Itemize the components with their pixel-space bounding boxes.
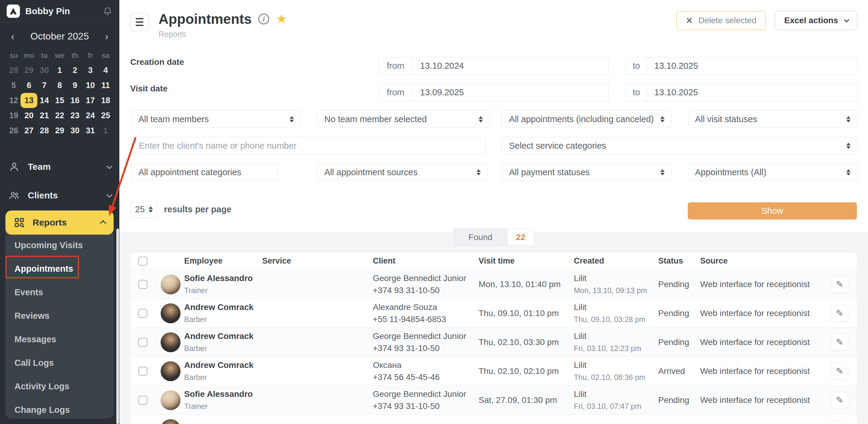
calendar-day[interactable]: 14 (37, 93, 52, 108)
calendar-day[interactable]: 10 (83, 78, 98, 93)
calendar-day[interactable]: 27 (22, 123, 37, 138)
created-by: Lilit (574, 331, 653, 341)
calendar-day[interactable]: 9 (67, 78, 83, 93)
visit-date-to-input[interactable] (647, 84, 857, 101)
client-name[interactable]: George Bennedict Junior (373, 331, 474, 341)
employee-name[interactable]: Sofie Alessandro (184, 274, 257, 283)
visit-statuses-select[interactable]: All visit statuses (688, 110, 858, 128)
sidebar-item-change-logs[interactable]: Change Logs (5, 398, 114, 422)
creation-date-from-input[interactable] (413, 57, 609, 74)
per-page-select[interactable]: 25 (130, 201, 157, 218)
calendar-day[interactable]: 19 (6, 108, 22, 123)
edit-button[interactable]: ✎ (831, 334, 848, 351)
found-count-badge[interactable]: 22 (507, 229, 534, 245)
sidebar-scrollbar[interactable] (116, 229, 119, 424)
client-phone: +374 93 31-10-50 (373, 343, 474, 353)
calendar-day[interactable]: 17 (83, 93, 98, 108)
row-checkbox[interactable] (138, 338, 147, 347)
edit-button[interactable]: ✎ (831, 363, 848, 380)
payment-statuses-select[interactable]: All payment statuses (502, 163, 672, 181)
calendar-day[interactable]: 15 (52, 93, 67, 108)
calendar-next-button[interactable]: › (100, 30, 113, 43)
calendar-day[interactable]: 29 (52, 123, 67, 138)
calendar-day[interactable]: 21 (37, 108, 52, 123)
edit-button[interactable]: ✎ (831, 421, 848, 424)
client-name[interactable]: Alexandre Souza (373, 302, 474, 312)
calendar-day[interactable]: 24 (83, 108, 98, 123)
delete-selected-button[interactable]: ✕ Delete selected (676, 11, 766, 30)
employee-name[interactable]: Andrew Comrack (184, 360, 257, 370)
calendar-day[interactable]: 30 (67, 123, 83, 138)
calendar-day[interactable]: 6 (22, 78, 37, 93)
sidebar-item-upcoming-visits[interactable]: Upcoming Visits (5, 234, 114, 257)
calendar-day[interactable]: 22 (52, 108, 67, 123)
calendar-day[interactable]: 1 (52, 63, 67, 78)
edit-button[interactable]: ✎ (831, 392, 848, 408)
employee-name[interactable]: Sofie Alessandro (184, 389, 257, 399)
calendar-day[interactable]: 1 (98, 123, 113, 138)
row-checkbox[interactable] (138, 396, 147, 405)
calendar-day[interactable]: 26 (6, 123, 22, 138)
select-all-checkbox[interactable] (138, 256, 147, 266)
calendar-day[interactable]: 28 (6, 63, 22, 78)
calendar-day[interactable]: 12 (6, 93, 22, 108)
sidebar-item-team[interactable]: Team (0, 156, 119, 177)
appointment-sources-select[interactable]: All appointment sources (317, 163, 488, 181)
calendar-prev-button[interactable]: ‹ (6, 30, 19, 43)
show-button[interactable]: Show (688, 202, 857, 219)
favorite-star-icon[interactable]: ★ (276, 13, 287, 25)
row-checkbox[interactable] (138, 280, 147, 289)
sidebar-item-messages[interactable]: Messages (5, 328, 114, 351)
client-search-input[interactable] (131, 137, 486, 154)
visit-date-from-input[interactable] (413, 84, 609, 101)
calendar-day[interactable]: 29 (22, 63, 37, 78)
sidebar-item-clients[interactable]: Clients (0, 185, 119, 206)
team-members-select[interactable]: All team members (131, 110, 301, 128)
calendar-day[interactable]: 3 (83, 63, 98, 78)
creation-date-to-input[interactable] (647, 57, 857, 74)
calendar-day[interactable]: 30 (37, 63, 52, 78)
calendar-day[interactable]: 8 (52, 78, 67, 93)
calendar-day[interactable]: 28 (37, 123, 52, 138)
brand-logo[interactable] (7, 4, 20, 18)
close-icon: ✕ (686, 16, 693, 26)
sidebar-item-appointments[interactable]: Appointments (5, 257, 114, 280)
sidebar-item-reports[interactable]: Reports (5, 211, 114, 235)
employee-name[interactable]: Andrew Comrack (184, 331, 257, 341)
calendar-day[interactable]: 5 (6, 78, 22, 93)
avatar (161, 390, 181, 410)
service-categories-select[interactable]: Select service categories (502, 137, 858, 154)
excel-actions-button[interactable]: Excel actions (775, 11, 858, 30)
edit-button[interactable]: ✎ (831, 305, 848, 322)
calendar-day[interactable]: 25 (98, 108, 113, 123)
row-checkbox[interactable] (138, 309, 147, 318)
row-checkbox[interactable] (138, 367, 147, 376)
employee-name[interactable]: Andrew Comrack (184, 302, 257, 312)
calendar-day[interactable]: 31 (83, 123, 98, 138)
client-name[interactable]: Оксана (373, 360, 474, 370)
employee-name[interactable]: Andrew Comrack (184, 423, 257, 424)
calendar-day[interactable]: 16 (67, 93, 83, 108)
calendar-day[interactable]: 11 (98, 78, 113, 93)
calendar-day[interactable]: 4 (98, 63, 113, 78)
edit-button[interactable]: ✎ (831, 276, 848, 293)
calendar-day[interactable]: 20 (22, 108, 37, 123)
calendar-day[interactable]: 18 (98, 93, 113, 108)
sidebar-item-call-logs[interactable]: Call Logs (5, 351, 114, 374)
calendar-day-selected[interactable]: 13 (22, 93, 37, 108)
appointment-categories-select[interactable]: All appointment categories (131, 163, 278, 181)
bell-icon[interactable] (102, 6, 113, 16)
calendar-day[interactable]: 2 (67, 63, 83, 78)
client-name[interactable]: George Bennedict Junior (373, 274, 474, 283)
calendar-day[interactable]: 7 (37, 78, 52, 93)
sidebar-item-reviews[interactable]: Reviews (5, 304, 114, 328)
client-name[interactable]: George Bennedict Junior (373, 389, 474, 399)
menu-toggle-button[interactable] (130, 13, 149, 31)
info-icon[interactable]: i (258, 13, 269, 24)
calendar-day[interactable]: 23 (67, 108, 83, 123)
appointments-all-select[interactable]: Appointments (All) (688, 163, 858, 181)
appointment-types-select[interactable]: All appointments (including canceled) (502, 110, 672, 128)
sidebar-item-activity-logs[interactable]: Activity Logs (5, 374, 114, 398)
sidebar-item-events[interactable]: Events (5, 280, 114, 304)
team-member-selected-select[interactable]: No team member selected (317, 110, 490, 128)
